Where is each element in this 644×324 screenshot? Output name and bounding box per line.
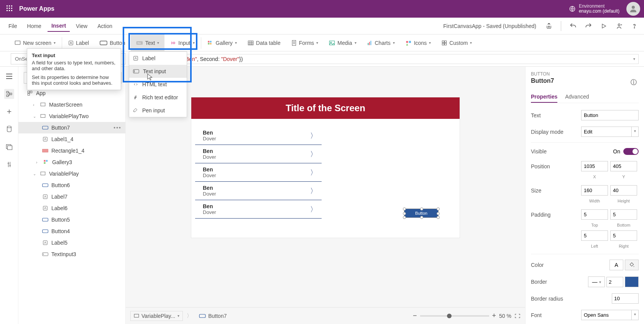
svg-rect-23 — [208, 43, 209, 44]
data-rail-icon[interactable] — [4, 124, 14, 134]
advanced-rail-icon[interactable] — [4, 160, 14, 169]
dd-rich-text[interactable]: Rich text editor — [129, 91, 187, 104]
gallery-item[interactable]: BenDover〉 — [195, 145, 322, 163]
tree-item[interactable]: Button7••• — [18, 122, 125, 133]
zoom-in-icon[interactable]: + — [492, 312, 496, 320]
insert-rail-icon[interactable] — [4, 107, 14, 117]
prop-font[interactable] — [581, 310, 632, 320]
breadcrumb-screen[interactable]: VariablePlay...▾ — [130, 311, 183, 321]
ribbon-charts[interactable]: Charts▾ — [362, 35, 400, 51]
prop-size-h[interactable] — [610, 185, 637, 196]
menu-action[interactable]: Action — [94, 21, 116, 31]
zoom-slider[interactable] — [420, 315, 489, 317]
prop-pad-right[interactable] — [610, 230, 637, 241]
prop-visible-toggle[interactable] — [623, 148, 639, 155]
svg-rect-51 — [43, 126, 48, 129]
svg-rect-47 — [30, 91, 32, 93]
tree-item[interactable]: Button6 — [18, 179, 125, 191]
tab-advanced[interactable]: Advanced — [565, 91, 589, 103]
fit-icon[interactable] — [514, 313, 521, 319]
tree-item[interactable]: ›Gallery3 — [18, 156, 125, 168]
selected-button-control[interactable]: Button — [404, 209, 439, 218]
properties-panel: BUTTON Button7 ⓘ Properties Advanced Tex… — [525, 67, 644, 324]
svg-rect-57 — [41, 172, 45, 175]
tree-view-icon[interactable] — [4, 89, 14, 99]
formula-expand-icon[interactable]: ▾ — [633, 57, 635, 61]
gallery-item[interactable]: BenDover〉 — [195, 163, 322, 182]
gallery-item[interactable]: BenDover〉 — [195, 182, 322, 200]
prop-border-width[interactable] — [606, 277, 623, 287]
waffle-icon[interactable] — [4, 3, 16, 15]
media-rail-icon[interactable] — [4, 142, 14, 152]
prop-pos-y[interactable] — [610, 161, 637, 171]
gallery-item[interactable]: BenDover〉 — [195, 127, 322, 145]
ribbon-custom[interactable]: Custom▾ — [436, 35, 477, 51]
prop-border-color[interactable] — [625, 276, 639, 287]
svg-marker-12 — [602, 24, 606, 28]
prop-fill-color[interactable] — [625, 260, 639, 270]
tree-item[interactable]: Label1_4 — [18, 133, 125, 145]
svg-rect-27 — [330, 41, 335, 45]
menu-insert[interactable]: Insert — [48, 20, 70, 32]
prop-pad-top[interactable] — [581, 209, 608, 220]
svg-point-13 — [618, 24, 620, 26]
dd-pen-input[interactable]: Pen input — [129, 104, 187, 117]
prop-font-color[interactable]: A — [610, 260, 623, 270]
undo-icon[interactable] — [568, 21, 578, 31]
formula-input[interactable]: rCollection, {First: "Ben", Second: "Dov… — [136, 54, 639, 64]
redo-icon[interactable] — [583, 21, 593, 31]
prop-pad-bottom[interactable] — [610, 209, 637, 220]
menu-view[interactable]: View — [72, 21, 91, 31]
svg-rect-17 — [100, 41, 107, 45]
prop-radius[interactable] — [612, 293, 639, 304]
design-screen[interactable]: Title of the Screen BenDover〉BenDover〉Be… — [191, 97, 460, 238]
prop-pos-x[interactable] — [581, 161, 608, 171]
prop-size-w[interactable] — [581, 185, 608, 196]
tree-item[interactable]: Rectangle1_4 — [18, 145, 125, 156]
help-icon[interactable]: ⓘ — [629, 77, 639, 87]
tree-item[interactable]: Button5 — [18, 214, 125, 225]
tree-item[interactable]: ⌄VariablePlay — [18, 168, 125, 179]
tree-item[interactable]: Label7 — [18, 191, 125, 202]
zoom-out-icon[interactable]: − — [413, 312, 417, 320]
ribbon-icons[interactable]: Icons▾ — [400, 35, 436, 51]
prop-border-style[interactable]: — ▾ — [588, 276, 605, 287]
tree-item[interactable]: Label5 — [18, 237, 125, 248]
dd-label[interactable]: Label — [129, 52, 187, 65]
tab-properties[interactable]: Properties — [531, 91, 557, 103]
ribbon-text[interactable]: Abc Text▾ — [131, 35, 165, 51]
svg-text:Abc: Abc — [137, 42, 141, 44]
avatar[interactable] — [626, 2, 640, 16]
svg-rect-16 — [69, 41, 73, 45]
app-checker-icon[interactable] — [544, 21, 554, 31]
tree-item[interactable]: TextInput3 — [18, 248, 125, 260]
environment-picker[interactable]: Environment enayu.com (default) — [569, 4, 619, 14]
env-value: enayu.com (default) — [579, 9, 619, 14]
dd-text-input[interactable]: Text input — [129, 65, 187, 78]
tree-item[interactable]: Label6 — [18, 202, 125, 214]
breadcrumb-control[interactable]: Button7 — [196, 311, 230, 321]
play-icon[interactable] — [599, 21, 609, 31]
svg-point-20 — [173, 42, 175, 44]
tree-item[interactable]: Button4 — [18, 225, 125, 237]
svg-point-32 — [406, 41, 408, 43]
prop-pad-left[interactable] — [581, 230, 608, 241]
prop-text-input[interactable] — [581, 110, 639, 120]
menu-home[interactable]: Home — [23, 21, 45, 31]
tree-item[interactable]: ›MasterScreen — [18, 99, 125, 110]
ribbon-datatable[interactable]: Data table — [242, 35, 286, 51]
ribbon-forms[interactable]: Forms▾ — [286, 35, 324, 51]
ribbon-gallery[interactable]: Gallery▾ — [202, 35, 242, 51]
menu-file[interactable]: File — [5, 21, 21, 31]
help-icon[interactable] — [629, 21, 639, 31]
tree-item[interactable]: ⌄VariablePlayTwo — [18, 110, 125, 122]
svg-rect-41 — [10, 93, 12, 95]
ribbon-input[interactable]: Input▾ — [164, 35, 200, 51]
gallery-item[interactable]: BenDover〉 — [195, 200, 322, 219]
hamburger-icon[interactable] — [4, 71, 14, 81]
ribbon-media[interactable]: Media▾ — [324, 35, 361, 51]
share-icon[interactable] — [614, 21, 624, 31]
prop-displaymode[interactable] — [581, 127, 632, 137]
dd-html-text[interactable]: HTML text — [129, 78, 187, 91]
svg-rect-44 — [7, 146, 12, 150]
